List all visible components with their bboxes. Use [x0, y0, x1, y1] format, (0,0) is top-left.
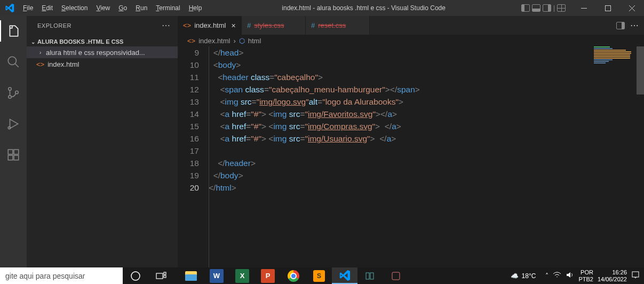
code-editor[interactable]: 91011121314151617181920 </head> <body> <… — [178, 46, 644, 267]
html-file-icon: <> — [187, 37, 195, 45]
extensions-icon[interactable] — [0, 144, 27, 165]
menu-run[interactable]: Run — [131, 4, 152, 12]
breadcrumb-item[interactable]: html — [248, 37, 261, 45]
toggle-panel-icon[interactable] — [532, 4, 540, 12]
search-icon[interactable] — [0, 51, 27, 73]
menu-go[interactable]: Go — [114, 4, 131, 12]
menu-selection[interactable]: Selection — [57, 4, 92, 12]
notifications-icon[interactable] — [631, 271, 640, 281]
word-icon[interactable]: W — [204, 267, 229, 284]
tree-file[interactable]: <> index.html — [27, 58, 178, 70]
code-content[interactable]: </head> <body> <header class="cabeçalho"… — [209, 46, 644, 267]
html-file-icon: <> — [36, 60, 44, 68]
svg-rect-15 — [366, 273, 369, 279]
close-icon[interactable]: × — [231, 21, 235, 30]
menu-help[interactable]: Help — [185, 4, 206, 12]
toggle-secondary-icon[interactable] — [543, 4, 551, 12]
weather-temp: 18°C — [522, 272, 536, 280]
svg-rect-8 — [8, 155, 13, 160]
explorer-sidebar: EXPLORER ⋯ ⌄ ALURA BOOSKS .HTML E CSS › … — [27, 16, 178, 267]
tab-label: reset.css — [318, 21, 346, 29]
customize-layout-icon[interactable] — [557, 4, 566, 12]
tab-label: styles.css — [254, 21, 284, 29]
menu-terminal[interactable]: Terminal — [152, 4, 184, 12]
maximize-button[interactable] — [596, 0, 620, 16]
source-control-icon[interactable] — [0, 82, 27, 104]
run-debug-icon[interactable] — [0, 113, 27, 135]
excel-icon[interactable]: X — [229, 267, 255, 284]
window-controls — [572, 0, 644, 16]
time: 16:26 — [598, 269, 627, 276]
clock[interactable]: 16:26 14/06/2022 — [598, 269, 627, 283]
svg-rect-9 — [14, 155, 19, 160]
scrollbar-thumb[interactable] — [637, 46, 644, 94]
css-file-icon: # — [311, 21, 315, 29]
lang-indicator[interactable]: POR PTB2 — [578, 269, 593, 283]
vscode-taskbar-icon[interactable] — [332, 267, 357, 284]
vscode-logo-icon — [0, 3, 19, 13]
file-explorer-icon[interactable] — [178, 267, 204, 284]
svg-rect-14 — [164, 275, 166, 278]
split-editor-icon[interactable] — [616, 22, 625, 29]
windows-taskbar: gite aqui para pesquisar W X P S ☁️ 18°C… — [0, 267, 644, 284]
editor-area: <> index.html × # styles.css # reset.css… — [178, 16, 644, 267]
menu-view[interactable]: View — [92, 4, 114, 12]
more-actions-icon[interactable]: ⋯ — [630, 20, 639, 30]
tab-styles-css[interactable]: # styles.css — [242, 16, 306, 35]
toggle-sidebar-icon[interactable] — [521, 4, 530, 12]
svg-point-6 — [8, 127, 10, 129]
breadcrumb[interactable]: <> index.html › ⬡ html — [178, 35, 644, 46]
svg-rect-16 — [370, 273, 373, 279]
cortana-icon[interactable] — [123, 267, 148, 284]
breadcrumb-item[interactable]: index.html — [198, 37, 230, 45]
chrome-icon[interactable] — [281, 267, 306, 284]
sidebar-more-icon[interactable]: ⋯ — [162, 20, 171, 30]
tab-reset-css[interactable]: # reset.css — [306, 16, 370, 35]
menu-file[interactable]: File — [19, 4, 37, 12]
tree-folder[interactable]: › alura html e css responsividad... — [27, 46, 178, 58]
volume-icon[interactable] — [566, 271, 574, 280]
app-icon-2[interactable] — [383, 267, 409, 284]
workspace-folder[interactable]: ⌄ ALURA BOOSKS .HTML E CSS — [27, 37, 178, 46]
app-icon[interactable] — [357, 267, 383, 284]
sidebar-header: EXPLORER ⋯ — [27, 16, 178, 35]
vertical-scrollbar[interactable] — [637, 46, 644, 260]
svg-point-11 — [131, 272, 140, 280]
svg-rect-12 — [156, 273, 163, 279]
window-title: index.html - alura boosks .html e css - … — [206, 4, 521, 12]
close-button[interactable] — [620, 0, 644, 16]
css-file-icon: # — [247, 21, 251, 29]
weather-widget[interactable]: ☁️ 18°C — [511, 272, 536, 280]
menu-bar: File Edit Selection View Go Run Terminal… — [19, 4, 206, 12]
activity-bar — [0, 16, 27, 267]
minimize-button[interactable] — [572, 0, 596, 16]
html-file-icon: <> — [183, 21, 191, 29]
wifi-icon[interactable] — [553, 271, 561, 280]
taskbar-apps: W X P S — [178, 267, 409, 284]
tray-chevron-icon[interactable]: ˄ — [545, 272, 548, 280]
explorer-icon[interactable] — [0, 20, 27, 42]
svg-rect-18 — [632, 272, 639, 277]
breadcrumb-separator: › — [233, 37, 235, 45]
svg-point-5 — [15, 91, 18, 93]
tree-item-label: alura html e css responsividad... — [46, 49, 145, 57]
svg-rect-7 — [8, 149, 13, 154]
search-placeholder: gite aqui para pesquisar — [5, 272, 85, 280]
powerpoint-icon[interactable]: P — [255, 267, 281, 284]
chevron-right-icon: › — [39, 50, 46, 56]
chevron-down-icon: ⌄ — [31, 39, 35, 45]
svg-point-4 — [9, 96, 11, 98]
taskbar-tray: ☁️ 18°C ˄ POR PTB2 16:26 14/06/2022 — [511, 269, 644, 283]
svg-rect-10 — [14, 149, 19, 154]
task-view-icon[interactable] — [148, 267, 174, 284]
tree-item-label: index.html — [47, 60, 79, 68]
tab-index-html[interactable]: <> index.html × — [178, 16, 242, 35]
menu-edit[interactable]: Edit — [37, 4, 57, 12]
date: 14/06/2022 — [598, 276, 627, 283]
minimap[interactable] — [594, 46, 637, 78]
sublime-icon[interactable]: S — [306, 267, 332, 284]
symbol-icon: ⬡ — [239, 37, 245, 45]
tab-label: index.html — [194, 21, 226, 29]
taskbar-search[interactable]: gite aqui para pesquisar — [0, 267, 123, 284]
tab-actions: ⋯ — [611, 16, 644, 35]
